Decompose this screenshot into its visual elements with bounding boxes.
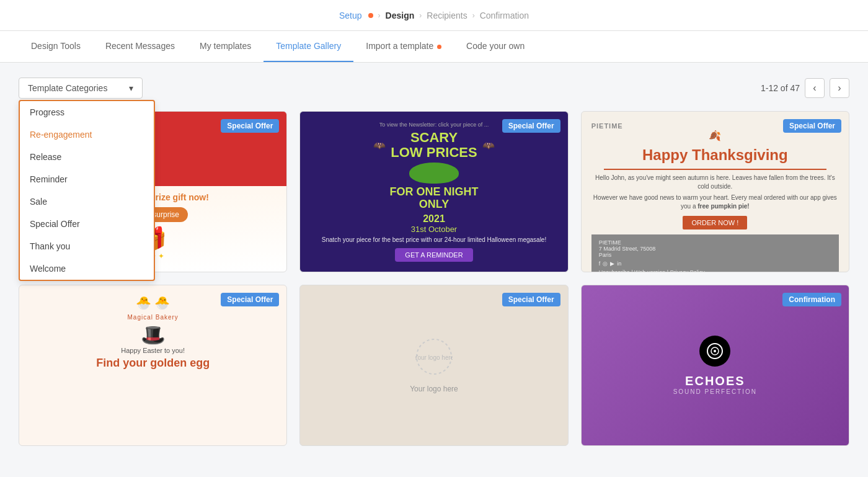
step-confirmation-label: Confirmation: [480, 11, 529, 20]
echoes-logo-icon: [706, 342, 724, 360]
easter-greeting: Happy Easter to you!: [29, 347, 277, 354]
echoes-logo: [699, 336, 730, 367]
facebook-icon: f: [599, 261, 601, 267]
template-badge-special-2: Special Offer: [502, 293, 560, 306]
thanksgiving-divider: [604, 169, 826, 170]
youtube-icon: ▶: [610, 261, 614, 267]
thanksgiving-brand: PIETIME: [591, 122, 623, 130]
template-card-echoes[interactable]: Confirmation ECHOES SOUND PERFECTION: [581, 285, 849, 446]
template-card-easter[interactable]: Special Offer 🐣 🐣 Magical Bakery 🎩 Happy…: [19, 285, 287, 446]
card-thanksgiving-inner: PIETIME 🍂 🍂 Happy Thanksgiving Hello Joh…: [582, 112, 849, 272]
easter-title: Find your golden egg: [29, 357, 277, 370]
thanksgiving-social: f ◎ ▶ in: [599, 261, 831, 267]
template-card-thanksgiving[interactable]: Special Offer PIETIME 🍂 🍂 Happy Thanksgi…: [581, 111, 849, 272]
setup-notification-dot: [368, 13, 373, 18]
category-dropdown[interactable]: Template Categories ▾ Progress Re-engage…: [19, 78, 143, 99]
halloween-title-4: ONLY: [419, 198, 449, 211]
easter-brand: Magical Bakery: [29, 314, 277, 321]
echoes-sub: SOUND PERFECTION: [673, 388, 757, 395]
step-design-label: Design: [386, 11, 415, 20]
special-placeholder-text: Your logo here: [410, 385, 458, 393]
main-content: Template Categories ▾ Progress Re-engage…: [0, 63, 868, 476]
bat-icon-2: 🦇: [482, 140, 495, 151]
step-recipients[interactable]: Recipients: [427, 11, 467, 20]
thanksgiving-leaf-2: 🍂: [709, 130, 721, 141]
step-setup[interactable]: Setup: [339, 11, 373, 20]
svg-text:Your logo here: Your logo here: [415, 354, 453, 361]
dropdown-item-sale[interactable]: Sale: [20, 190, 154, 213]
card-easter-inner: 🐣 🐣 Magical Bakery 🎩 Happy Easter to you…: [19, 285, 286, 445]
thanksgiving-title: Happy Thanksgiving: [591, 146, 839, 164]
dropdown-item-welcome[interactable]: Welcome: [20, 257, 154, 280]
pagination-text: 1-12 of 47: [761, 83, 800, 93]
svg-point-4: [714, 350, 716, 352]
dropdown-item-special-offer[interactable]: Special Offer: [20, 213, 154, 235]
halloween-newsletter-text: To view the Newsletter: click your piece…: [379, 122, 489, 128]
card-echoes-inner: ECHOES SOUND PERFECTION: [582, 285, 849, 445]
thanksgiving-text-1: Hello John, as you've might seen autumn …: [591, 174, 839, 191]
halloween-title-1: SCARY: [391, 130, 477, 145]
thanksgiving-cta: ORDER NOW !: [683, 216, 747, 230]
template-badge-easter: Special Offer: [221, 293, 279, 306]
tab-template-gallery[interactable]: Template Gallery: [264, 31, 353, 62]
tab-design-tools[interactable]: Design Tools: [19, 31, 93, 62]
category-dropdown-button[interactable]: Template Categories ▾: [19, 78, 143, 99]
halloween-title-2: LOW PRICES: [391, 145, 477, 160]
dropdown-item-reminder[interactable]: Reminder: [20, 168, 154, 190]
template-card-halloween[interactable]: Special Offer To view the Newsletter: cl…: [299, 111, 568, 272]
halloween-title-3: FOR ONE NIGHT: [389, 186, 478, 198]
step-setup-label: Setup: [339, 11, 362, 20]
linkedin-icon: in: [617, 261, 621, 267]
special-logo-placeholder: Your logo here: [410, 338, 458, 380]
import-notification-dot: [437, 45, 441, 49]
template-card-special-offer-2[interactable]: Special Offer Your logo here Your logo h…: [299, 285, 568, 446]
template-badge-1: Special Offer: [221, 119, 279, 133]
halloween-date-detail: 31st October: [411, 225, 457, 234]
top-navigation: Setup › Design › Recipients › Confirmati…: [0, 0, 868, 31]
tab-recent-messages[interactable]: Recent Messages: [93, 31, 187, 62]
tab-navigation: Design Tools Recent Messages My template…: [0, 31, 868, 63]
dropdown-item-progress[interactable]: Progress: [20, 101, 154, 123]
dropdown-scroll-container[interactable]: Progress Re-engagement Release Reminder …: [20, 101, 154, 280]
step-recipients-label: Recipients: [427, 11, 467, 20]
tab-my-templates[interactable]: My templates: [187, 31, 264, 62]
halloween-slime: [409, 163, 459, 184]
pagination-next-button[interactable]: ›: [830, 78, 849, 98]
thanksgiving-links: Unsubscribe | Web-version | Privacy Poli…: [599, 269, 831, 272]
chevron-icon-3: ›: [472, 11, 475, 20]
pagination-prev-button[interactable]: ‹: [805, 78, 825, 98]
card-halloween-inner: To view the Newsletter: click your piece…: [300, 112, 567, 272]
bat-icon-1: 🦇: [373, 140, 386, 151]
dropdown-item-thank-you[interactable]: Thank you: [20, 235, 154, 257]
tab-code-your-own[interactable]: Code your own: [454, 31, 537, 62]
category-dropdown-menu: Progress Re-engagement Release Reminder …: [19, 100, 155, 281]
dropdown-item-reengagement[interactable]: Re-engagement: [20, 123, 154, 146]
card-special-offer-2-inner: Your logo here Your logo here: [397, 326, 471, 406]
template-badge-halloween: Special Offer: [502, 119, 560, 133]
halloween-cta: GET A REMINDER: [395, 248, 472, 262]
step-design[interactable]: Design: [386, 11, 415, 20]
chevron-icon-2: ›: [419, 11, 422, 20]
toolbar: Template Categories ▾ Progress Re-engage…: [19, 78, 849, 99]
halloween-sub-text: Snatch your piece for the best price wit…: [322, 236, 546, 243]
thanksgiving-text-2: However we have good news to warm your h…: [591, 194, 839, 211]
category-dropdown-label: Template Categories: [28, 83, 107, 93]
tab-import-template[interactable]: Import a template: [353, 31, 454, 62]
template-badge-echoes: Confirmation: [782, 293, 841, 306]
pagination: 1-12 of 47 ‹ ›: [761, 78, 849, 98]
easter-hat-icon: 🎩: [29, 323, 277, 347]
dropdown-item-release[interactable]: Release: [20, 146, 154, 168]
chevron-icon-1: ›: [378, 11, 381, 20]
template-badge-thanksgiving: Special Offer: [783, 119, 841, 133]
halloween-date: 2021: [423, 213, 445, 225]
dropdown-arrow-icon: ▾: [129, 83, 133, 93]
instagram-icon: ◎: [603, 261, 608, 267]
thanksgiving-footer: PIETIME7 Madrid Street, 75008Paris f ◎ ▶…: [591, 234, 839, 272]
echoes-name: ECHOES: [685, 374, 745, 388]
thanksgiving-address: PIETIME7 Madrid Street, 75008Paris: [599, 239, 831, 258]
step-confirmation[interactable]: Confirmation: [480, 11, 529, 20]
